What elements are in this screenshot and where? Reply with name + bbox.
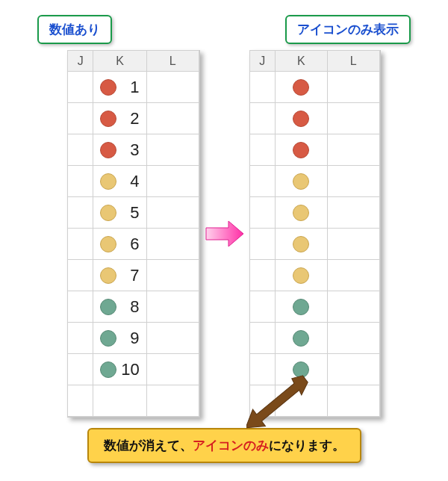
cell-j bbox=[68, 166, 93, 197]
cell-j bbox=[68, 134, 93, 166]
cell-j bbox=[68, 323, 93, 354]
table-row bbox=[249, 291, 379, 323]
cell-k bbox=[275, 166, 327, 197]
table-row: 7 bbox=[68, 260, 199, 291]
status-circle-icon bbox=[100, 267, 116, 284]
table-row bbox=[68, 385, 199, 417]
callout-arrow-icon bbox=[246, 370, 314, 440]
cell-k bbox=[93, 385, 146, 417]
cell-value: 5 bbox=[121, 203, 139, 223]
status-circle-icon bbox=[293, 205, 309, 221]
caption-highlight: アイコンのみ bbox=[193, 438, 269, 453]
cell-j bbox=[68, 354, 93, 385]
cell-value: 9 bbox=[121, 329, 139, 348]
status-circle-icon bbox=[100, 205, 116, 221]
table-row: 3 bbox=[68, 134, 199, 166]
table-row: 2 bbox=[68, 103, 199, 134]
cell-l bbox=[146, 291, 199, 323]
cell-l bbox=[327, 323, 379, 354]
cell-value: 7 bbox=[121, 266, 139, 285]
cell-k bbox=[275, 134, 327, 166]
status-circle-icon bbox=[293, 173, 309, 190]
arrow-right-icon bbox=[205, 219, 245, 249]
cell-k: 5 bbox=[93, 197, 146, 229]
cell-value: 10 bbox=[121, 360, 139, 379]
cell-j bbox=[249, 229, 275, 260]
status-circle-icon bbox=[100, 111, 116, 127]
table-row: 1 bbox=[68, 72, 199, 103]
cell-l bbox=[327, 197, 379, 229]
cell-j bbox=[68, 291, 93, 323]
cell-value: 8 bbox=[121, 297, 139, 317]
left-label: 数値あり bbox=[37, 15, 112, 44]
cell-k bbox=[275, 229, 327, 260]
status-circle-icon bbox=[293, 299, 309, 315]
status-circle-icon bbox=[293, 142, 309, 158]
col-header: J bbox=[68, 51, 93, 72]
table-row bbox=[249, 166, 379, 197]
status-circle-icon bbox=[100, 361, 116, 378]
col-header: K bbox=[93, 51, 146, 72]
cell-k: 3 bbox=[93, 134, 146, 166]
col-header: L bbox=[327, 51, 379, 72]
status-circle-icon bbox=[293, 267, 309, 284]
cell-k: 6 bbox=[93, 229, 146, 260]
cell-value: 4 bbox=[121, 172, 139, 191]
right-label: アイコンのみ表示 bbox=[285, 15, 411, 44]
status-circle-icon bbox=[100, 299, 116, 315]
cell-k bbox=[275, 103, 327, 134]
cell-j bbox=[249, 291, 275, 323]
cell-value: 6 bbox=[121, 235, 139, 254]
table-row bbox=[249, 134, 379, 166]
status-circle-icon bbox=[100, 79, 116, 96]
cell-l bbox=[327, 354, 379, 385]
status-circle-icon bbox=[293, 79, 309, 96]
cell-l bbox=[327, 103, 379, 134]
cell-j bbox=[68, 103, 93, 134]
table-row: 5 bbox=[68, 197, 199, 229]
cell-l bbox=[146, 72, 199, 103]
cell-l bbox=[327, 385, 379, 417]
cell-k: 10 bbox=[93, 354, 146, 385]
status-circle-icon bbox=[100, 142, 116, 158]
status-circle-icon bbox=[293, 111, 309, 127]
table-row: 9 bbox=[68, 323, 199, 354]
col-header: K bbox=[275, 51, 327, 72]
cell-l bbox=[146, 197, 199, 229]
cell-j bbox=[68, 229, 93, 260]
table-row bbox=[249, 260, 379, 291]
status-circle-icon bbox=[293, 236, 309, 252]
cell-l bbox=[327, 134, 379, 166]
cell-j bbox=[68, 197, 93, 229]
right-table: J K L bbox=[249, 50, 381, 418]
cell-j bbox=[249, 72, 275, 103]
col-header: J bbox=[249, 51, 275, 72]
cell-j bbox=[68, 385, 93, 417]
cell-k: 4 bbox=[93, 166, 146, 197]
cell-l bbox=[146, 323, 199, 354]
table-row bbox=[249, 323, 379, 354]
cell-l bbox=[327, 229, 379, 260]
table-row bbox=[249, 103, 379, 134]
cell-j bbox=[68, 72, 93, 103]
cell-l bbox=[146, 134, 199, 166]
cell-k bbox=[275, 291, 327, 323]
cell-l bbox=[146, 229, 199, 260]
status-circle-icon bbox=[100, 236, 116, 252]
status-circle-icon bbox=[100, 173, 116, 190]
cell-k bbox=[275, 72, 327, 103]
cell-k: 9 bbox=[93, 323, 146, 354]
cell-j bbox=[249, 197, 275, 229]
cell-j bbox=[249, 103, 275, 134]
cell-value: 1 bbox=[121, 78, 139, 97]
svg-marker-1 bbox=[246, 370, 308, 435]
caption-pre: 数値が消えて、 bbox=[104, 438, 193, 453]
cell-j bbox=[249, 323, 275, 354]
cell-l bbox=[327, 72, 379, 103]
cell-value: 3 bbox=[121, 140, 139, 160]
cell-l bbox=[146, 103, 199, 134]
cell-l bbox=[146, 354, 199, 385]
table-row bbox=[249, 229, 379, 260]
left-table: J K L 12345678910 bbox=[67, 50, 199, 418]
col-header: L bbox=[146, 51, 199, 72]
